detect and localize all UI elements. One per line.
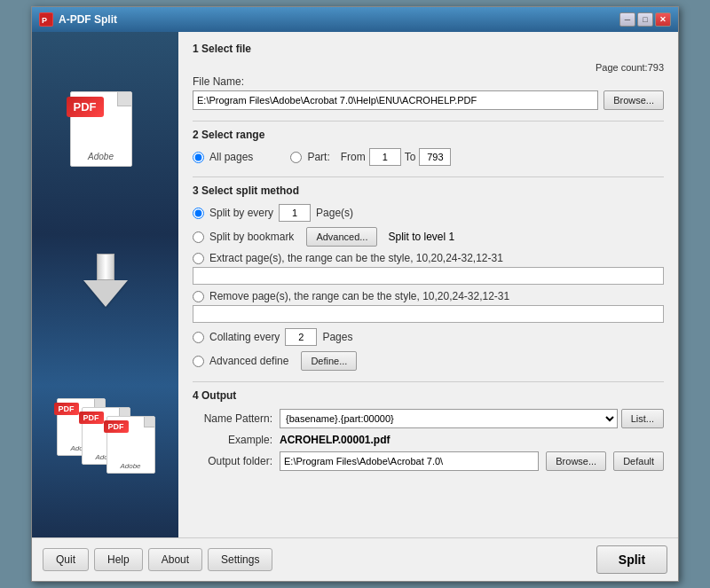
split-button[interactable]: Split — [596, 545, 667, 574]
define-button[interactable]: Define... — [301, 351, 357, 371]
from-to-row: From To — [341, 148, 452, 166]
pdf-label-top: PDF — [67, 97, 104, 117]
all-pages-label: All pages — [209, 151, 253, 163]
minimize-button[interactable]: ─ — [619, 12, 635, 27]
all-pages-radio-row: All pages — [193, 151, 253, 163]
bottom-left-buttons: Quit Help About Settings — [43, 548, 272, 571]
section2-title: 2 Select range — [193, 129, 664, 141]
close-button[interactable]: ✕ — [655, 12, 671, 27]
name-pattern-select[interactable]: {basename}.{part:00000} — [280, 409, 618, 428]
name-pattern-row: Name Pattern: {basename}.{part:00000} Li… — [193, 409, 664, 428]
example-row: Example: ACROHELP.00001.pdf — [193, 434, 664, 446]
pdf-label-b2: PDF — [79, 412, 104, 424]
page-count-label: Page count: — [596, 62, 648, 73]
advanced-define-label: Advanced define — [209, 355, 288, 367]
remove-pages-section: Remove page(s), the range can be the sty… — [193, 290, 664, 323]
advanced-button[interactable]: Advanced... — [306, 227, 377, 247]
pdf-label-b3: PDF — [104, 420, 129, 433]
remove-pages-radio[interactable] — [193, 291, 204, 302]
extract-input[interactable] — [193, 267, 664, 285]
adobe-text-b3: Adobe — [120, 462, 140, 470]
adobe-text-top: Adobe — [88, 152, 114, 161]
file-path-input[interactable] — [193, 90, 598, 110]
collating-label: Collating every — [209, 331, 280, 343]
page-count-row: Page count: 793 — [193, 62, 664, 73]
extract-pages-section: Extract page(s), the range can be the st… — [193, 252, 664, 285]
part-radio-row: Part: — [290, 151, 329, 163]
app-icon: P — [39, 12, 53, 27]
pdf-icons-bottom: PDF Adobe PDF Adobe PDF — [57, 389, 154, 478]
quit-button[interactable]: Quit — [43, 548, 89, 571]
right-panel: 1 Select file Page count: 793 File Name:… — [178, 32, 678, 537]
svg-text:P: P — [42, 16, 47, 25]
left-panel: PDF Adobe PDF Adobe — [32, 32, 178, 537]
pdf-page-top: PDF Adobe — [70, 91, 132, 167]
bottom-bar: Quit Help About Settings Split — [32, 537, 678, 581]
pdf-label-b1: PDF — [54, 403, 79, 415]
title-bar-left: P A-PDF Split — [39, 12, 117, 27]
section-split-method: 3 Select split method Split by every Pag… — [193, 184, 664, 371]
settings-button[interactable]: Settings — [208, 548, 272, 571]
pdf-badge-top: PDF Adobe — [70, 91, 141, 171]
remove-radio-row: Remove page(s), the range can be the sty… — [193, 290, 664, 302]
split-every-radio[interactable] — [193, 208, 204, 219]
help-button[interactable]: Help — [94, 548, 143, 571]
advanced-define-row: Advanced define Define... — [193, 351, 664, 371]
section-output: 4 Output Name Pattern: {basename}.{part:… — [193, 389, 664, 471]
pages-label2: Pages — [322, 331, 352, 343]
filename-label: File Name: — [193, 75, 244, 88]
content-area: PDF Adobe PDF Adobe — [32, 32, 678, 537]
remove-label: Remove page(s), the range can be the sty… — [209, 290, 509, 302]
remove-input[interactable] — [193, 305, 664, 323]
collating-radio[interactable] — [193, 332, 204, 343]
title-controls: ─ □ ✕ — [619, 12, 671, 27]
split-every-input[interactable] — [279, 204, 311, 222]
from-input[interactable] — [369, 148, 401, 166]
part-radio[interactable] — [290, 152, 302, 163]
name-pattern-select-wrapper: {basename}.{part:00000} List... — [280, 409, 664, 428]
browse-file-button[interactable]: Browse... — [604, 90, 664, 110]
main-window: P A-PDF Split ─ □ ✕ PDF Adobe — [31, 6, 679, 582]
split-to-level-label: Split to level 1 — [388, 231, 454, 243]
split-bookmark-radio[interactable] — [193, 231, 204, 243]
to-input[interactable] — [419, 148, 451, 166]
split-bookmark-row: Split by bookmark Advanced... Split to l… — [193, 227, 664, 247]
window-title: A-PDF Split — [59, 13, 117, 26]
section3-title: 3 Select split method — [193, 184, 664, 197]
pdf-icon-bottom-3: PDF Adobe — [106, 416, 155, 474]
part-label: Part: — [307, 151, 329, 163]
split-every-label: Split by every — [209, 207, 273, 219]
output-folder-label: Output folder: — [193, 455, 272, 467]
pdf-icon-top: PDF Adobe — [70, 91, 141, 171]
example-label: Example: — [193, 434, 272, 446]
file-row: Browse... — [193, 90, 664, 110]
page-count-value: 793 — [648, 62, 664, 73]
advanced-define-radio[interactable] — [193, 356, 204, 367]
filename-label-row: File Name: — [193, 75, 664, 88]
section-select-file: 1 Select file Page count: 793 File Name:… — [193, 43, 664, 110]
default-button[interactable]: Default — [613, 451, 664, 471]
collating-row: Collating every Pages — [193, 328, 664, 346]
section-select-range: 2 Select range All pages Part: From To — [193, 129, 664, 166]
collating-input[interactable] — [285, 328, 317, 346]
arrow-head — [83, 280, 128, 307]
title-bar: P A-PDF Split ─ □ ✕ — [32, 7, 678, 32]
arrow-down-icon — [83, 254, 128, 307]
from-label: From — [341, 151, 366, 163]
sep1 — [193, 121, 664, 122]
section1-title: 1 Select file — [193, 43, 664, 55]
split-every-row: Split by every Page(s) — [193, 204, 664, 222]
output-folder-row: Output folder: Browse... Default — [193, 451, 664, 471]
output-folder-input[interactable] — [280, 451, 539, 471]
extract-label: Extract page(s), the range can be the st… — [209, 252, 503, 264]
to-label: To — [405, 151, 416, 163]
about-button[interactable]: About — [148, 548, 202, 571]
maximize-button[interactable]: □ — [637, 12, 653, 27]
browse-output-button[interactable]: Browse... — [546, 451, 606, 471]
extract-pages-radio[interactable] — [193, 253, 204, 264]
name-pattern-label: Name Pattern: — [193, 412, 272, 425]
arrow-shaft — [97, 254, 114, 280]
example-value: ACROHELP.00001.pdf — [280, 434, 390, 446]
all-pages-radio[interactable] — [193, 152, 204, 163]
list-button[interactable]: List... — [621, 409, 664, 428]
